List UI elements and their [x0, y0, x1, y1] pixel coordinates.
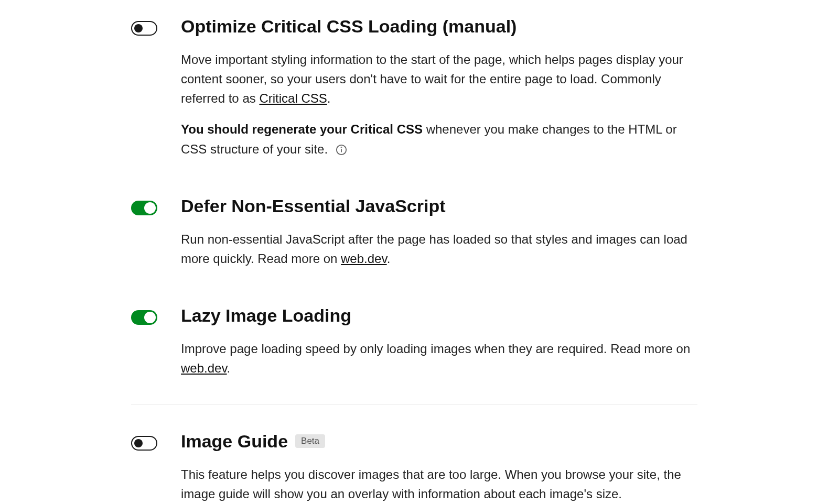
title-optimize-css: Optimize Critical CSS Loading (manual) — [181, 16, 517, 37]
desc-lazy-img: Improve page loading speed by only loadi… — [181, 339, 697, 378]
setting-row-lazy-img: Lazy Image Loading Improve page loading … — [131, 305, 697, 378]
desc-defer-js: Run non-essential JavaScript after the p… — [181, 229, 697, 268]
note-bold: You should regenerate your Critical CSS — [181, 122, 423, 136]
svg-point-2 — [341, 147, 341, 148]
title-defer-js: Defer Non-Essential JavaScript — [181, 195, 446, 217]
desc-text: . — [227, 361, 231, 375]
toggle-optimize-css[interactable] — [131, 21, 157, 36]
desc-text: Improve page loading speed by only loadi… — [181, 342, 690, 356]
note-optimize-css: You should regenerate your Critical CSS … — [181, 119, 697, 158]
title-image-guide: Image Guide — [181, 431, 288, 452]
divider — [131, 404, 697, 404]
desc-text: . — [387, 251, 391, 266]
desc-text: Move important styling information to th… — [181, 52, 683, 105]
toggle-defer-js[interactable] — [131, 201, 157, 215]
link-critical-css[interactable]: Critical CSS — [259, 91, 327, 105]
toggle-image-guide[interactable] — [131, 436, 157, 451]
setting-row-defer-js: Defer Non-Essential JavaScript Run non-e… — [131, 195, 697, 268]
setting-row-image-guide: Image Guide Beta This feature helps you … — [131, 431, 697, 503]
desc-text: Run non-essential JavaScript after the p… — [181, 232, 687, 266]
info-icon[interactable] — [336, 144, 347, 156]
desc-optimize-css: Move important styling information to th… — [181, 50, 697, 108]
title-lazy-img: Lazy Image Loading — [181, 305, 351, 326]
setting-row-optimize-css: Optimize Critical CSS Loading (manual) M… — [131, 16, 697, 159]
toggle-lazy-img[interactable] — [131, 310, 157, 325]
link-webdev-defer[interactable]: web.dev — [341, 251, 387, 266]
desc-image-guide: This feature helps you discover images t… — [181, 465, 697, 503]
desc-text: . — [327, 91, 331, 105]
link-webdev-lazy[interactable]: web.dev — [181, 361, 227, 375]
badge-beta: Beta — [295, 434, 325, 448]
